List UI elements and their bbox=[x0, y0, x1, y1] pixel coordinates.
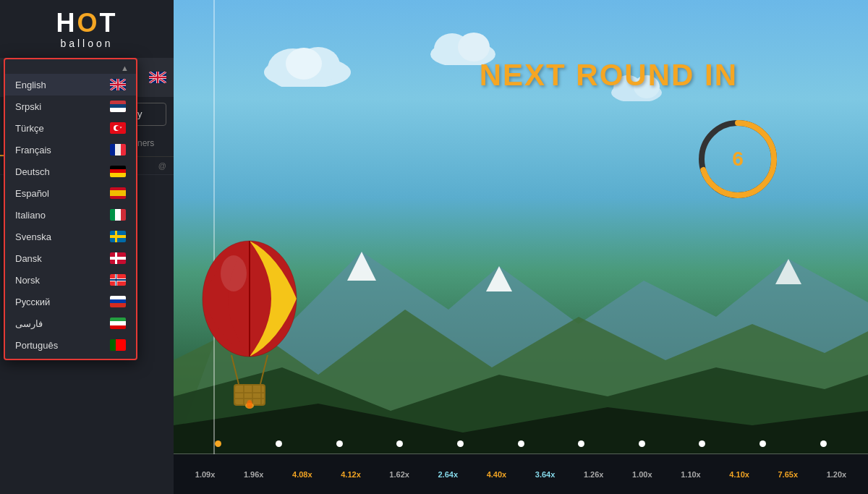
flag-sv bbox=[110, 231, 126, 242]
svg-point-61 bbox=[458, 33, 490, 61]
svg-rect-45 bbox=[110, 325, 126, 329]
svg-rect-47 bbox=[116, 339, 126, 351]
lang-item-en[interactable]: English bbox=[5, 74, 136, 95]
svg-rect-44 bbox=[110, 321, 126, 325]
lang-item-no[interactable]: Norsk bbox=[5, 269, 136, 291]
timeline-dot-11 bbox=[793, 440, 854, 447]
lang-label-sr: Srpski bbox=[15, 101, 41, 112]
svg-point-58 bbox=[286, 48, 322, 80]
multiplier-6: 4.40x bbox=[472, 470, 521, 479]
svg-rect-46 bbox=[110, 339, 116, 351]
lang-label-no: Norsk bbox=[15, 275, 40, 286]
sidebar: HOT balloon demo bbox=[0, 0, 174, 494]
scroll-indicator: ▲ bbox=[5, 62, 136, 74]
flag-da bbox=[110, 252, 126, 264]
timeline-dot-3 bbox=[309, 440, 370, 447]
svg-line-69 bbox=[231, 355, 239, 384]
lang-label-de: Deutsch bbox=[15, 166, 50, 177]
lang-item-de[interactable]: Deutsch bbox=[5, 161, 136, 182]
svg-point-15 bbox=[116, 126, 120, 130]
flag-no bbox=[110, 274, 126, 286]
svg-rect-23 bbox=[110, 187, 126, 190]
timeline-dots bbox=[174, 440, 868, 447]
flag-es bbox=[110, 187, 126, 199]
svg-rect-43 bbox=[110, 318, 126, 321]
multiplier-0: 1.09x bbox=[181, 470, 229, 479]
next-round-text: NEXT ROUND IN bbox=[480, 58, 738, 93]
svg-rect-19 bbox=[121, 144, 126, 156]
svg-rect-27 bbox=[115, 209, 121, 221]
logo-hot: H bbox=[56, 8, 77, 38]
multiplier-12: 7.65x bbox=[764, 470, 812, 479]
lang-item-pt[interactable]: Português bbox=[5, 334, 136, 356]
lang-label-ru: Русский bbox=[15, 297, 50, 307]
lang-label-da: Dansk bbox=[15, 253, 42, 264]
flag-it bbox=[110, 209, 126, 221]
svg-rect-22 bbox=[110, 173, 126, 177]
timeline-dot-2 bbox=[249, 440, 310, 447]
lang-label-fa: فارسی bbox=[15, 318, 43, 329]
multiplier-7: 3.64x bbox=[521, 470, 569, 479]
svg-point-68 bbox=[221, 255, 247, 291]
multiplier-4: 1.62x bbox=[375, 470, 424, 479]
flag-pt bbox=[110, 339, 126, 351]
lang-item-fa[interactable]: فارسی bbox=[5, 312, 136, 334]
svg-rect-26 bbox=[110, 209, 115, 221]
countdown-number: 6 bbox=[732, 148, 744, 171]
timeline-dot-10 bbox=[733, 440, 793, 447]
flag-ru bbox=[110, 296, 126, 307]
flag-de bbox=[110, 166, 126, 177]
svg-rect-18 bbox=[115, 144, 121, 156]
svg-rect-34 bbox=[110, 257, 126, 260]
svg-rect-17 bbox=[110, 144, 115, 156]
svg-rect-25 bbox=[110, 196, 126, 199]
flag-tr bbox=[110, 122, 126, 134]
lang-label-pt: Português bbox=[15, 340, 58, 351]
flag-fa bbox=[110, 318, 126, 329]
lang-label-sv: Svenska bbox=[15, 231, 51, 242]
flag-fr bbox=[110, 144, 126, 156]
lang-item-sv[interactable]: Svenska bbox=[5, 226, 136, 247]
lang-label-fr: Français bbox=[15, 145, 51, 156]
svg-line-70 bbox=[260, 355, 268, 384]
lang-item-tr[interactable]: Türkçe bbox=[5, 117, 136, 139]
bottom-multipliers: 1.09x1.96x4.08x4.12x1.62x2.64x4.40x3.64x… bbox=[174, 454, 868, 494]
lang-item-fr[interactable]: Français bbox=[5, 139, 136, 161]
lang-label-tr: Türkçe bbox=[15, 123, 44, 134]
timeline-dot-9 bbox=[672, 440, 733, 447]
logo-t: T bbox=[100, 8, 118, 38]
lang-item-da[interactable]: Dansk bbox=[5, 247, 136, 269]
svg-point-79 bbox=[247, 400, 252, 409]
lang-label-es: Español bbox=[15, 188, 49, 199]
col-at: @ bbox=[140, 161, 166, 170]
lang-item-sr[interactable]: Srpski bbox=[5, 95, 136, 117]
multiplier-2: 4.08x bbox=[278, 470, 326, 479]
language-dropdown: ▲ English Srpski Türkçe Français Deutsch… bbox=[4, 58, 137, 360]
multiplier-3: 4.12x bbox=[326, 470, 375, 479]
multiplier-1: 1.96x bbox=[229, 470, 278, 479]
lang-item-it[interactable]: Italiano bbox=[5, 204, 136, 226]
svg-rect-12 bbox=[110, 108, 126, 112]
svg-rect-31 bbox=[110, 235, 126, 238]
timeline-dot-6 bbox=[490, 440, 551, 447]
game-area: NEXT ROUND IN 6 1.09x1.96x4 bbox=[174, 0, 868, 494]
timeline-dot-7 bbox=[551, 440, 612, 447]
timeline-dot-1 bbox=[188, 440, 249, 447]
lang-label-en: English bbox=[15, 80, 46, 90]
svg-rect-42 bbox=[110, 303, 126, 307]
multiplier-11: 4.10x bbox=[715, 470, 764, 479]
timeline-dot-8 bbox=[611, 440, 672, 447]
language-selector[interactable] bbox=[149, 72, 166, 83]
timeline-dot-5 bbox=[430, 440, 491, 447]
cloud-1 bbox=[260, 43, 354, 90]
multiplier-9: 1.00x bbox=[618, 470, 666, 479]
lang-item-es[interactable]: Español bbox=[5, 182, 136, 204]
multiplier-10: 1.10x bbox=[666, 470, 715, 479]
lang-item-ru[interactable]: Русский bbox=[5, 291, 136, 312]
logo-area: HOT balloon bbox=[0, 0, 174, 58]
svg-rect-24 bbox=[110, 190, 126, 196]
language-list: English Srpski Türkçe Français Deutsch E… bbox=[5, 74, 136, 356]
logo-balloon: balloon bbox=[12, 38, 162, 49]
logo-o: O bbox=[77, 8, 99, 38]
timeline-dot-4 bbox=[370, 440, 430, 447]
